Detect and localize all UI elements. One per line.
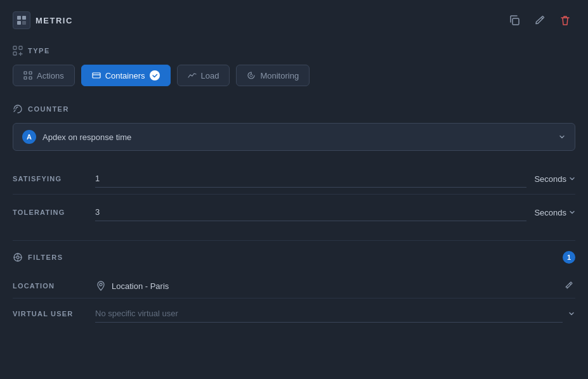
satisfying-unit-select[interactable]: Seconds (534, 174, 575, 184)
header-logo (13, 11, 30, 29)
filters-badge: 1 (563, 251, 575, 264)
type-section-header: TYPE (13, 46, 575, 56)
tolerating-unit-chevron (569, 209, 575, 215)
tolerating-unit-select[interactable]: Seconds (534, 208, 575, 217)
metric-logo-icon (16, 15, 27, 25)
header-actions (504, 10, 575, 30)
app-container: METRIC (0, 0, 588, 379)
svg-rect-1 (22, 16, 26, 20)
virtual-user-row: VIRTUAL USER No specific virtual user (13, 299, 575, 329)
edit-icon (533, 14, 546, 27)
svg-rect-5 (13, 46, 16, 49)
svg-rect-2 (17, 21, 21, 25)
actions-icon (23, 71, 32, 80)
type-tabs: Actions Containers Load (13, 65, 575, 86)
tab-load[interactable]: Load (177, 65, 230, 86)
load-icon (188, 71, 197, 80)
svg-rect-0 (17, 16, 21, 20)
svg-rect-12 (93, 73, 100, 78)
tab-containers[interactable]: Containers (81, 65, 171, 86)
svg-point-14 (16, 256, 19, 259)
satisfying-input[interactable] (95, 170, 526, 188)
divider (13, 240, 575, 241)
app-title: METRIC (36, 16, 73, 25)
counter-dropdown-icon: A (22, 130, 36, 144)
counter-dropdown[interactable]: A Apdex on response time (13, 123, 575, 151)
location-edit-icon (564, 280, 575, 292)
type-icon (13, 46, 23, 56)
filters-icon (13, 252, 23, 262)
counter-section: COUNTER A Apdex on response time SATISFY… (13, 104, 575, 228)
location-edit-button[interactable] (564, 280, 575, 292)
tab-actions[interactable]: Actions (13, 65, 75, 86)
delete-button[interactable] (555, 10, 575, 30)
header: METRIC (13, 10, 575, 30)
svg-rect-6 (19, 46, 22, 49)
counter-section-header: COUNTER (13, 104, 575, 114)
counter-icon (13, 104, 23, 114)
virtual-user-chevron (568, 310, 575, 318)
svg-rect-7 (13, 52, 16, 55)
containers-check-icon (150, 70, 160, 80)
svg-rect-9 (29, 72, 32, 74)
monitoring-icon (247, 71, 256, 80)
tolerating-input[interactable] (95, 203, 526, 221)
svg-rect-3 (22, 21, 26, 25)
satisfying-unit-chevron (569, 176, 575, 182)
filters-header: FILTERS 1 (13, 251, 575, 264)
satisfying-row: SATISFYING Seconds (13, 164, 575, 195)
virtual-user-select[interactable]: No specific virtual user (95, 305, 575, 323)
svg-rect-8 (24, 72, 27, 74)
copy-button[interactable] (504, 10, 525, 30)
location-value: Location - Paris (95, 280, 564, 292)
svg-point-15 (100, 283, 102, 286)
svg-rect-11 (29, 77, 32, 79)
header-left: METRIC (13, 11, 73, 29)
edit-button[interactable] (530, 10, 550, 30)
svg-rect-4 (513, 18, 519, 25)
tolerating-row: TOLERATING Seconds (13, 197, 575, 228)
location-pin-icon (95, 280, 107, 292)
location-row: LOCATION Location - Paris (13, 274, 575, 299)
containers-icon (92, 71, 101, 80)
counter-dropdown-chevron (558, 133, 566, 141)
checkmark-icon (152, 72, 158, 79)
trash-icon (559, 14, 572, 27)
copy-icon (508, 14, 521, 27)
svg-rect-10 (24, 77, 27, 79)
tab-monitoring[interactable]: Monitoring (236, 65, 310, 86)
filters-section: FILTERS 1 LOCATION Location - Paris (13, 251, 575, 329)
filters-section-header: FILTERS (13, 252, 63, 262)
